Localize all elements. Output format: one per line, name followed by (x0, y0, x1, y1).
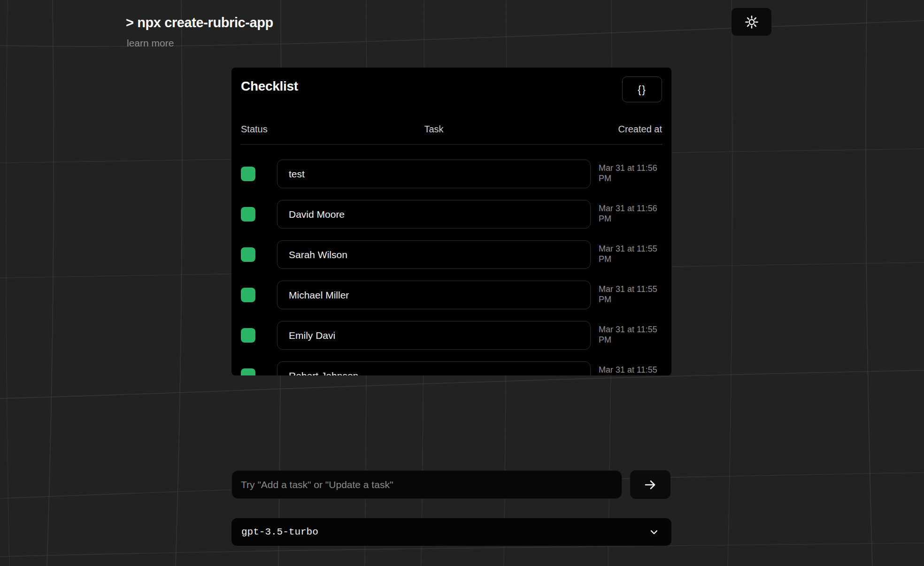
task-created-at: Mar 31 at 11:55 PM (599, 365, 665, 375)
task-checkbox[interactable] (241, 207, 255, 222)
column-header-status: Status (241, 124, 268, 135)
checklist-card: Checklist {} Status Task Created at Mar … (231, 68, 671, 375)
task-row: Mar 31 at 11:56 PM (231, 160, 671, 188)
checklist-title: Checklist (241, 79, 298, 94)
task-name-input[interactable] (277, 321, 591, 350)
task-created-at: Mar 31 at 11:56 PM (599, 204, 665, 224)
task-name-input[interactable] (277, 200, 591, 229)
app-root: > npx create-rubric-app learn more Check… (0, 0, 924, 566)
task-row: Mar 31 at 11:56 PM (231, 200, 671, 229)
task-checkbox[interactable] (241, 368, 255, 375)
theme-toggle-button[interactable] (732, 8, 771, 36)
submit-button[interactable] (630, 470, 670, 499)
task-name-input[interactable] (277, 281, 591, 309)
task-created-at: Mar 31 at 11:55 PM (599, 244, 665, 264)
task-name-input[interactable] (277, 361, 591, 375)
task-checkbox[interactable] (241, 328, 255, 343)
chevron-down-icon (649, 527, 659, 537)
learn-more-link[interactable]: learn more (127, 38, 174, 49)
task-row: Mar 31 at 11:55 PM (231, 361, 671, 375)
task-row: Mar 31 at 11:55 PM (231, 281, 671, 309)
column-header-task: Task (277, 124, 591, 135)
header-divider (240, 144, 662, 145)
sun-icon (744, 15, 759, 30)
task-name-input[interactable] (277, 240, 591, 269)
column-header-created-at: Created at (618, 124, 662, 135)
arrow-right-icon (643, 478, 657, 492)
task-row: Mar 31 at 11:55 PM (231, 321, 671, 350)
task-checkbox[interactable] (241, 167, 255, 181)
task-created-at: Mar 31 at 11:56 PM (599, 163, 665, 184)
task-command-input[interactable] (231, 470, 622, 499)
model-select-value: gpt-3.5-turbo (241, 527, 318, 537)
app-title: > npx create-rubric-app (126, 15, 273, 31)
task-rows: Mar 31 at 11:56 PM Mar 31 at 11:56 PM Ma… (231, 160, 671, 375)
task-row: Mar 31 at 11:55 PM (231, 240, 671, 269)
task-created-at: Mar 31 at 11:55 PM (599, 325, 665, 345)
json-view-button[interactable]: {} (622, 76, 662, 102)
task-created-at: Mar 31 at 11:55 PM (599, 284, 665, 305)
task-checkbox[interactable] (241, 288, 255, 302)
task-name-input[interactable] (277, 160, 591, 188)
task-checkbox[interactable] (241, 247, 255, 262)
model-select[interactable]: gpt-3.5-turbo (231, 518, 671, 546)
